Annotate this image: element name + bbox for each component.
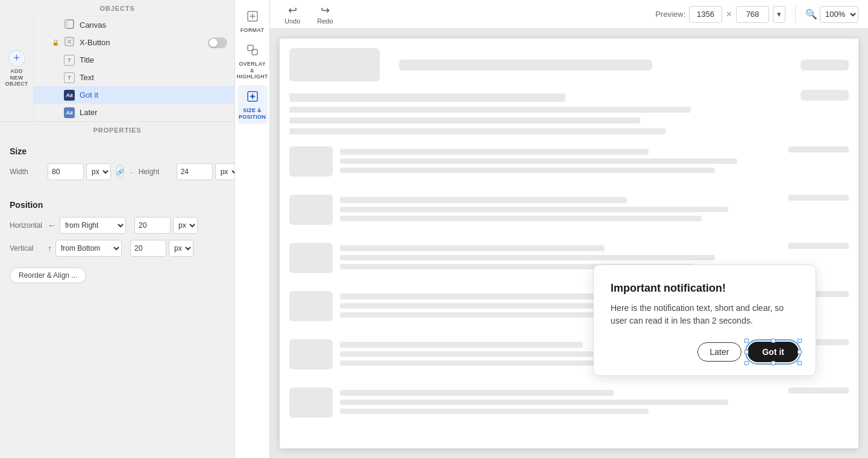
top-toolbar: ↩ Undo ↪ Redo Preview: ✕ ▾ 🔍 100% 75% 50…: [270, 0, 868, 29]
plus-icon: +: [8, 50, 25, 67]
layout-icon: [64, 19, 75, 31]
add-object-label: ADD NEW OBJECT: [5, 68, 28, 87]
wf-thumb-1: [289, 146, 333, 177]
vertical-value-group: px: [130, 240, 193, 257]
wf-nav-block: [399, 60, 652, 71]
redo-button[interactable]: ↪ Redo: [312, 1, 338, 27]
object-item-canvas-label: Canvas: [80, 20, 106, 30]
object-item-later-label: Later: [80, 108, 98, 117]
horizontal-unit-select[interactable]: px: [173, 217, 198, 234]
preview-dropdown-button[interactable]: ▾: [773, 6, 785, 23]
preview-width-input[interactable]: [689, 6, 722, 23]
handle-bottom-middle: [771, 361, 775, 365]
modal-buttons: Later Got it: [611, 342, 799, 362]
handle-bottom-left: [744, 361, 749, 365]
objects-panel-header: OBJECTS: [0, 0, 234, 16]
from-right-arrow-icon: ←: [48, 221, 56, 230]
tab-size-position-label: SIZE &POSITION: [239, 107, 266, 121]
object-item-gotit[interactable]: Aa Got it: [34, 86, 234, 104]
redo-icon: ↪: [321, 4, 330, 17]
undo-icon: ↩: [288, 4, 297, 17]
wf-row-1: [289, 146, 849, 177]
height-input[interactable]: [177, 163, 213, 180]
toolbar-divider: [795, 6, 796, 23]
handle-bottom-right: [797, 361, 802, 365]
canvas-area[interactable]: Important notification! Here is the noti…: [270, 29, 868, 458]
vertical-unit-select[interactable]: px: [169, 240, 193, 257]
vertical-direction-select[interactable]: from Bottom from Top Center: [55, 240, 122, 257]
wf-row-6: [289, 387, 849, 418]
tab-format-label: FORMAT: [241, 27, 264, 34]
reorder-align-label: Reorder & Align ...: [19, 271, 77, 280]
lock-icon: 🔒: [52, 39, 59, 46]
wf-thumb-6: [289, 387, 333, 418]
xbutton-toggle[interactable]: [208, 37, 227, 48]
object-item-canvas[interactable]: Canvas: [34, 16, 234, 34]
zoom-icon[interactable]: 🔍: [805, 8, 817, 20]
object-item-gotit-label: Got it: [80, 90, 98, 99]
format-icon: [246, 10, 259, 26]
object-item-text[interactable]: T Text: [34, 69, 234, 86]
object-item-xbutton[interactable]: 🔒 X-Button: [34, 34, 234, 51]
object-item-title[interactable]: T Title: [34, 51, 234, 69]
wf-thumb-4: [289, 291, 333, 321]
horizontal-value-input[interactable]: [134, 217, 171, 234]
main-area: ↩ Undo ↪ Redo Preview: ✕ ▾ 🔍 100% 75% 50…: [270, 0, 868, 458]
notification-modal: Important notification! Here is the noti…: [593, 265, 816, 376]
tab-overlay[interactable]: OVERLAY &HIGHLIGHT: [237, 39, 268, 84]
modal-body-text: Here is the notification text, short and…: [611, 302, 799, 327]
svg-rect-1: [65, 20, 68, 28]
vertical-value-input[interactable]: [130, 240, 166, 257]
wf-hero-line4: [289, 128, 665, 134]
tab-overlay-label: OVERLAY &HIGHLIGHT: [237, 61, 268, 80]
tab-format[interactable]: FORMAT: [237, 5, 268, 37]
from-bottom-arrow-icon: ↑: [48, 243, 52, 253]
undo-label: Undo: [285, 17, 300, 25]
add-new-object-button[interactable]: + ADD NEW OBJECT: [0, 16, 34, 121]
zoom-select[interactable]: 100% 75% 50% 150%: [820, 6, 858, 23]
aspect-lock-button[interactable]: 🔗: [116, 165, 124, 178]
handle-top-right: [797, 339, 802, 343]
horizontal-direction-select[interactable]: from Right from Left Center: [60, 217, 126, 234]
position-section-title: Position: [10, 200, 225, 210]
preview-height-input[interactable]: [736, 6, 769, 23]
got-it-button[interactable]: Got it: [747, 342, 799, 362]
height-unit-select[interactable]: px: [215, 163, 234, 180]
wf-logo-block: [289, 48, 380, 81]
object-item-title-label: Title: [80, 55, 94, 64]
icon-tab-bar: FORMAT OVERLAY &HIGHLIGHT SIZE &POSITION: [235, 0, 270, 458]
horizontal-value-group: px: [134, 217, 198, 234]
wf-row-2: [289, 195, 849, 225]
undo-button[interactable]: ↩ Undo: [280, 1, 305, 27]
got-it-wrapper: Got it: [747, 342, 799, 362]
properties-panel-header: PROPERTIES: [0, 122, 234, 138]
handle-middle-left: [744, 350, 749, 354]
wf-hero-line2: [289, 107, 691, 113]
height-label: Height: [139, 168, 172, 176]
redo-label: Redo: [317, 17, 333, 25]
size-section-title: Size: [10, 146, 225, 156]
preview-x-separator: ✕: [726, 10, 732, 19]
later-button[interactable]: Later: [697, 342, 742, 362]
width-input-group: px: [48, 163, 111, 180]
wf-thumb-3: [289, 243, 333, 273]
later-aa-icon: Aa: [64, 107, 75, 118]
width-input[interactable]: [48, 163, 84, 180]
wf-hero-right: [800, 90, 849, 101]
object-item-text-label: Text: [80, 73, 94, 82]
width-label: Width: [10, 168, 43, 176]
wf-hero-line1: [289, 93, 565, 102]
object-item-later[interactable]: Aa Later: [34, 104, 234, 121]
handle-top-middle: [771, 339, 775, 343]
svg-rect-9: [251, 95, 254, 98]
reorder-align-button[interactable]: Reorder & Align ...: [10, 268, 86, 283]
overlay-icon: [246, 43, 259, 60]
tab-size-position[interactable]: SIZE &POSITION: [237, 85, 268, 124]
horizontal-label: Horizontal: [10, 221, 43, 230]
handle-middle-right: [797, 350, 802, 354]
height-input-group: px: [177, 163, 234, 180]
width-unit-select[interactable]: px: [86, 163, 111, 180]
wf-thumb-5: [289, 339, 333, 369]
vertical-label: Vertical: [10, 244, 43, 253]
gotit-aa-icon: Aa: [64, 89, 75, 101]
